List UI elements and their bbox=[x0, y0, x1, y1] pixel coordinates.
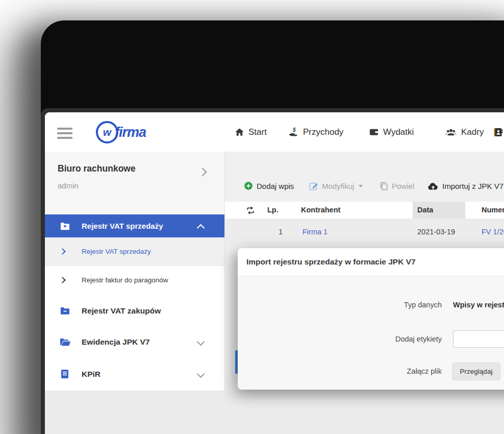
add-entry-button[interactable]: Dodaj wpis bbox=[244, 178, 294, 194]
hand-dollar-icon: $ bbox=[288, 127, 299, 137]
modal-header: Import rejestru sprzedaży w formacie JPK… bbox=[238, 248, 504, 276]
field-label-etykiety: Dodaj etykiety bbox=[238, 335, 442, 343]
sidebar-subitem-rejestr-vat-sprzedazy[interactable]: Rejestr VAT sprzedaży bbox=[45, 237, 224, 266]
field-label-typ-danych: Typ danych bbox=[238, 301, 442, 309]
nav-item-crm[interactable] bbox=[493, 112, 504, 152]
labels-input[interactable] bbox=[453, 330, 504, 348]
company-user: admin bbox=[58, 181, 79, 190]
plus-circle-icon bbox=[244, 181, 253, 190]
hamburger-menu-icon[interactable] bbox=[57, 128, 72, 139]
sidebar-subitem-rejestr-faktur[interactable]: Rejestr faktur do paragonów bbox=[45, 266, 224, 295]
col-lp[interactable]: Lp. bbox=[267, 202, 279, 219]
logo-wordmark: firma bbox=[115, 125, 146, 140]
chevron-up-icon bbox=[197, 224, 205, 232]
sidebar-item-ewidencja-jpk[interactable]: Ewidencja JPK V7 bbox=[45, 327, 224, 357]
wallet-icon bbox=[369, 127, 379, 137]
wfirma-logo[interactable]: w firma bbox=[96, 121, 146, 143]
copy-icon bbox=[379, 181, 388, 191]
field-value-typ-danych: Wpisy w rejestrze bbox=[453, 301, 504, 309]
folder-plus-icon bbox=[60, 222, 70, 230]
nav-item-wydatki[interactable]: Wydatki bbox=[369, 112, 414, 152]
col-numer[interactable]: Numer bbox=[482, 202, 504, 219]
address-book-icon bbox=[493, 127, 503, 137]
folder-open-icon bbox=[60, 338, 71, 346]
folder-minus-icon bbox=[60, 307, 70, 315]
home-icon bbox=[235, 127, 244, 137]
table-header: Lp. Kontrahent Data Numer bbox=[225, 202, 504, 219]
cell-numer-link[interactable]: FV 1/2021 bbox=[482, 219, 504, 245]
duplicate-button[interactable]: Powiel bbox=[379, 178, 414, 194]
users-icon bbox=[445, 127, 457, 137]
chevron-right-icon bbox=[59, 248, 66, 255]
nav-item-start[interactable]: Start bbox=[235, 112, 267, 152]
import-jpk-modal: Import rejestru sprzedaży w formacie JPK… bbox=[238, 248, 504, 390]
repeat-icon[interactable] bbox=[245, 205, 256, 215]
field-label-zalacz-plik: Załącz plik bbox=[238, 367, 442, 375]
chevron-right-icon bbox=[59, 277, 66, 283]
chevron-right-icon bbox=[198, 168, 207, 177]
cell-data: 2021-03-19 bbox=[417, 219, 455, 245]
sidebar-item-kpir[interactable]: KPiR bbox=[45, 357, 224, 391]
company-name: Biuro rachunkowe bbox=[58, 163, 136, 174]
screenshot-canvas: { "brand": {"logo_text_w": "w", "logo_te… bbox=[0, 0, 504, 434]
cloud-upload-icon bbox=[427, 181, 439, 190]
edit-icon bbox=[309, 181, 318, 191]
sidebar-item-rejestr-vat-zakupow[interactable]: Rejestr VAT zakupów bbox=[45, 295, 224, 327]
cell-lp: 1 bbox=[279, 219, 283, 245]
cell-kontrahent-link[interactable]: Firma 1 bbox=[303, 219, 327, 245]
chevron-down-icon bbox=[197, 370, 205, 378]
chevron-down-icon bbox=[197, 338, 205, 346]
company-switcher[interactable]: Biuro rachunkowe admin bbox=[45, 152, 224, 214]
col-data[interactable]: Data bbox=[417, 202, 433, 219]
modify-button[interactable]: Modyfikuj bbox=[309, 178, 363, 194]
sidebar-item-rejestr-vat-sprzedazy[interactable]: Rejestr VAT sprzedaży bbox=[45, 214, 224, 237]
modal-title: Import rejestru sprzedaży w formacie JPK… bbox=[246, 248, 416, 276]
nav-item-przychody[interactable]: $ Przychody bbox=[288, 112, 343, 152]
table-row[interactable]: 1 Firma 1 2021-03-19 FV 1/2021 bbox=[225, 219, 504, 245]
page-footer-area bbox=[45, 391, 504, 434]
import-jpk-button[interactable]: Importuj z JPK V7 bbox=[427, 178, 503, 194]
app-viewport: w firma Start $ Przychody Wydatki bbox=[45, 112, 504, 434]
modal-body: Typ danych Wpisy w rejestrze Dodaj etyki… bbox=[238, 276, 504, 390]
caret-down-icon bbox=[359, 185, 363, 187]
nav-item-kadry[interactable]: Kadry bbox=[445, 112, 484, 152]
browse-file-button[interactable]: Przeglądaj bbox=[452, 363, 500, 380]
book-icon bbox=[61, 369, 69, 379]
svg-text:$: $ bbox=[292, 127, 296, 133]
col-kontrahent[interactable]: Kontrahent bbox=[301, 202, 340, 219]
top-navbar: w firma Start $ Przychody Wydatki bbox=[45, 112, 504, 152]
